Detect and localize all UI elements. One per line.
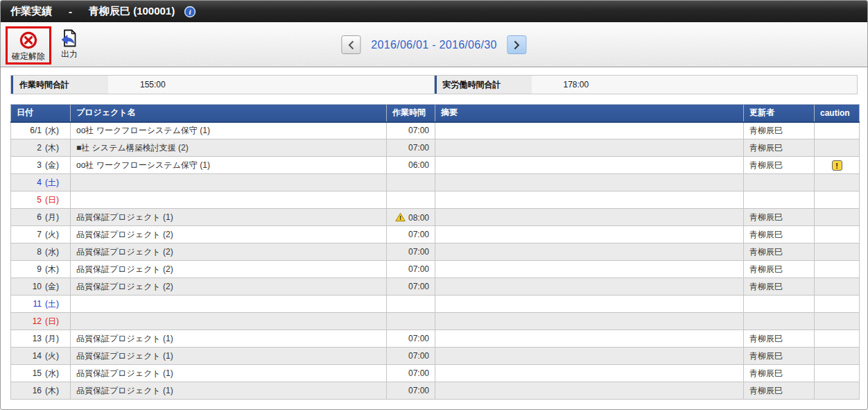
worktime-cell: 07:00 bbox=[387, 348, 435, 365]
note-cell bbox=[435, 296, 744, 313]
updater-cell bbox=[744, 174, 815, 191]
table-row[interactable]: 10(金)品質保証プロジェクト (2)07:00青柳辰巳 bbox=[11, 278, 860, 296]
updater-cell: 青柳辰巳 bbox=[744, 382, 815, 400]
export-button[interactable]: 出力 bbox=[55, 26, 83, 60]
date-cell: 3(金) bbox=[11, 157, 71, 174]
project-cell: 品質保証プロジェクト (1) bbox=[71, 330, 387, 348]
table-row[interactable]: 13(月)品質保証プロジェクト (1)07:00青柳辰巳 bbox=[11, 330, 860, 348]
updater-cell bbox=[744, 296, 815, 313]
project-cell: 品質保証プロジェクト (1) bbox=[71, 365, 387, 382]
date-cell: 4(土) bbox=[11, 174, 71, 191]
next-period-button[interactable] bbox=[507, 35, 527, 54]
date-cell: 6(月) bbox=[11, 209, 71, 226]
updater-cell: 青柳辰巳 bbox=[744, 209, 815, 226]
project-cell: 品質保証プロジェクト (1) bbox=[71, 382, 387, 400]
date-cell: 5(日) bbox=[11, 191, 71, 209]
note-cell bbox=[435, 382, 744, 400]
worktime-cell: 07:00 bbox=[387, 382, 435, 400]
date-cell: 2(木) bbox=[11, 139, 71, 157]
updater-cell: 青柳辰巳 bbox=[744, 330, 815, 348]
updater-cell bbox=[744, 191, 815, 209]
table-row[interactable]: 14(火)品質保証プロジェクト (1)07:00青柳辰巳 bbox=[11, 348, 860, 365]
caution-cell bbox=[815, 278, 860, 296]
date-cell: 6/1(水) bbox=[11, 122, 71, 139]
worktime-cell bbox=[387, 174, 435, 191]
project-cell bbox=[71, 313, 387, 330]
note-cell bbox=[435, 157, 744, 174]
table-row[interactable]: 2(木)■社 システム構築検討支援 (2)07:00青柳辰巳 bbox=[11, 139, 860, 157]
table-row[interactable]: 5(日) bbox=[11, 191, 860, 209]
table-row[interactable]: 6(月)品質保証プロジェクト (1)!08:00青柳辰巳 bbox=[11, 209, 860, 226]
column-header-worktime: 作業時間 bbox=[387, 105, 435, 122]
column-header-project: プロジェクト名 bbox=[71, 105, 387, 122]
worktime-cell: 06:00 bbox=[387, 157, 435, 174]
date-cell: 12(日) bbox=[11, 313, 71, 330]
caution-icon[interactable]: ! bbox=[832, 160, 842, 171]
summary-strip: 作業時間合計 155:00 実労働時間合計 178:00 bbox=[10, 75, 858, 94]
titlebar: 作業実績 - 青柳辰巳 (100001) i bbox=[1, 1, 867, 22]
caution-cell bbox=[815, 330, 860, 348]
project-cell: 品質保証プロジェクト (2) bbox=[71, 244, 387, 261]
worktime-cell: 07:00 bbox=[387, 330, 435, 348]
unconfirm-button-highlight: 確定解除 bbox=[6, 26, 51, 65]
date-cell: 10(金) bbox=[11, 278, 71, 296]
warning-icon: ! bbox=[395, 212, 406, 222]
table-row[interactable]: 4(土) bbox=[11, 174, 860, 191]
updater-cell: 青柳辰巳 bbox=[744, 365, 815, 382]
column-header-date: 日付 bbox=[11, 105, 71, 122]
project-cell: 品質保証プロジェクト (2) bbox=[71, 226, 387, 244]
table-row[interactable]: 12(日) bbox=[11, 313, 860, 330]
note-cell bbox=[435, 278, 744, 296]
worktime-cell bbox=[387, 296, 435, 313]
worktime-cell: 07:00 bbox=[387, 226, 435, 244]
caution-cell bbox=[815, 209, 860, 226]
table-row[interactable]: 8(水)品質保証プロジェクト (2)07:00青柳辰巳 bbox=[11, 244, 860, 261]
project-cell: 品質保証プロジェクト (2) bbox=[71, 278, 387, 296]
project-cell: ■社 システム構築検討支援 (2) bbox=[71, 139, 387, 157]
unconfirm-button[interactable]: 確定解除 bbox=[8, 28, 49, 62]
note-cell bbox=[435, 122, 744, 139]
caution-cell: ! bbox=[815, 157, 860, 174]
updater-cell: 青柳辰巳 bbox=[744, 348, 815, 365]
app-window: 作業実績 - 青柳辰巳 (100001) i 確定解除 bbox=[0, 0, 868, 410]
project-cell: 品質保証プロジェクト (2) bbox=[71, 261, 387, 278]
date-cell: 16(木) bbox=[11, 382, 71, 400]
table-row[interactable]: 3(金)oo社 ワークフローシステム保守 (1)06:00青柳辰巳! bbox=[11, 157, 860, 174]
table-row[interactable]: 9(木)品質保証プロジェクト (2)07:00青柳辰巳 bbox=[11, 261, 860, 278]
date-cell: 14(火) bbox=[11, 348, 71, 365]
table-row[interactable]: 16(木)品質保証プロジェクト (1)07:00青柳辰巳 bbox=[11, 382, 860, 400]
actual-total-cell: 実労働時間合計 178:00 bbox=[434, 76, 858, 94]
table-row[interactable]: 6/1(水)oo社 ワークフローシステム保守 (1)07:00青柳辰巳 bbox=[11, 122, 860, 139]
caution-cell bbox=[815, 226, 860, 244]
worktime-cell bbox=[387, 313, 435, 330]
date-cell: 9(木) bbox=[11, 261, 71, 278]
table-row[interactable]: 11(土) bbox=[11, 296, 860, 313]
prev-period-button[interactable] bbox=[341, 35, 361, 54]
caution-cell bbox=[815, 382, 860, 400]
note-cell bbox=[435, 209, 744, 226]
note-cell bbox=[435, 313, 744, 330]
info-icon[interactable]: i bbox=[184, 6, 196, 18]
actual-total-label: 実労働時間合計 bbox=[435, 76, 532, 94]
svg-text:!: ! bbox=[399, 214, 401, 221]
worktime-cell: !08:00 bbox=[387, 209, 435, 226]
note-cell bbox=[435, 174, 744, 191]
unconfirm-x-circle-icon bbox=[19, 31, 38, 50]
column-header-note: 摘要 bbox=[435, 105, 744, 122]
work-total-value: 155:00 bbox=[108, 76, 166, 94]
work-total-cell: 作業時間合計 155:00 bbox=[11, 76, 434, 94]
updater-cell: 青柳辰巳 bbox=[744, 261, 815, 278]
table-row[interactable]: 15(水)品質保証プロジェクト (1)07:00青柳辰巳 bbox=[11, 365, 860, 382]
worktime-cell: 07:00 bbox=[387, 122, 435, 139]
updater-cell: 青柳辰巳 bbox=[744, 139, 815, 157]
note-cell bbox=[435, 191, 744, 209]
date-cell: 8(水) bbox=[11, 244, 71, 261]
caution-cell bbox=[815, 261, 860, 278]
export-label: 出力 bbox=[61, 49, 78, 59]
updater-cell: 青柳辰巳 bbox=[744, 244, 815, 261]
user-name: 青柳辰巳 (100001) bbox=[89, 5, 175, 18]
caution-cell bbox=[815, 244, 860, 261]
toolbar: 確定解除 出力 2016/06/01 - 2016/06/30 bbox=[1, 22, 867, 67]
note-cell bbox=[435, 226, 744, 244]
table-row[interactable]: 7(火)品質保証プロジェクト (2)07:00青柳辰巳 bbox=[11, 226, 860, 244]
